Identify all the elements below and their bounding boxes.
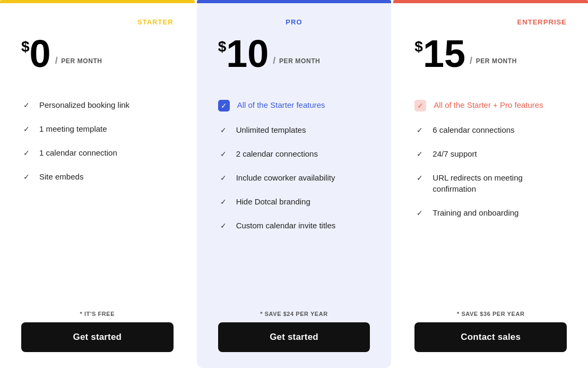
price-dollar-enterprise: $ [414,39,423,55]
cta-button-enterprise[interactable]: Contact sales [414,322,567,352]
feature-item: ✓All of the Starter features [218,93,370,118]
price-period-starter: / PER MONTH [55,55,102,73]
pricing-container: STARTER$0/ PER MONTH✓Personalized bookin… [0,0,588,368]
price-number-starter: 0 [30,35,51,73]
price-period-enterprise: / PER MONTH [470,55,517,73]
feature-text: Site embeds [39,171,83,182]
feature-text: 2 calendar connections [236,148,318,159]
feature-item: ✓1 calendar connection [21,141,174,165]
feature-text: Include coworker availability [236,172,335,183]
feature-text: 1 calendar connection [39,147,117,158]
feature-text: URL redirects on meeting confirmation [433,172,567,194]
features-list-enterprise: ✓All of the Starter + Pro features✓6 cal… [393,88,588,302]
checkmark-icon: ✓ [21,148,32,158]
checkmark-icon: ✓ [218,149,229,159]
feature-item: ✓Personalized booking link [21,93,174,117]
feature-text: Hide Dotcal branding [236,196,310,207]
plan-pro: PRO$10/ PER MONTH✓All of the Starter fea… [197,0,392,368]
checkmark-icon: ✓ [21,124,32,134]
plan-enterprise: ENTERPRISE$15/ PER MONTH✓All of the Star… [393,0,588,368]
checkmark-icon: ✓ [218,196,229,207]
feature-text: All of the Starter + Pro features [434,99,543,110]
plan-name-pro: PRO [218,18,370,26]
feature-item: ✓Site embeds [21,165,174,189]
checkmark-icon: ✓ [414,173,425,183]
feature-text: Custom calendar invite titles [236,220,336,231]
feature-text: Personalized booking link [39,99,129,110]
price-row-starter: $0/ PER MONTH [21,35,174,73]
checkmark-icon: ✓ [414,125,425,135]
checkmark-icon: ✓ [21,172,32,182]
checkmark-icon: ✓ [218,100,230,112]
checkmark-icon: ✓ [414,100,426,112]
features-list-pro: ✓All of the Starter features✓Unlimited t… [197,88,392,302]
save-note-pro: * SAVE $24 PER YEAR [260,311,327,317]
save-note-starter: * IT'S FREE [80,311,115,317]
plan-name-enterprise: ENTERPRISE [414,18,567,26]
checkmark-icon: ✓ [414,208,425,218]
feature-item: ✓2 calendar connections [218,142,370,166]
feature-item: ✓URL redirects on meeting confirmation [414,166,567,201]
features-list-starter: ✓Personalized booking link✓1 meeting tem… [0,88,195,302]
feature-item: ✓Include coworker availability [218,166,370,190]
feature-item: ✓Custom calendar invite titles [218,213,370,237]
feature-item: ✓1 meeting template [21,117,174,141]
feature-item: ✓Unlimited templates [218,118,370,142]
feature-item: ✓6 calendar connections [414,118,567,142]
save-note-enterprise: * SAVE $36 PER YEAR [457,311,524,317]
price-row-enterprise: $15/ PER MONTH [414,35,567,73]
checkmark-icon: ✓ [21,100,32,110]
feature-text: All of the Starter features [237,99,325,110]
price-number-enterprise: 15 [423,35,465,73]
plan-name-starter: STARTER [21,18,174,26]
checkmark-icon: ✓ [414,149,425,159]
feature-text: Unlimited templates [236,124,306,135]
feature-item: ✓All of the Starter + Pro features [414,93,567,118]
price-period-pro: / PER MONTH [273,55,320,73]
cta-button-pro[interactable]: Get started [218,322,370,352]
cta-button-starter[interactable]: Get started [21,322,174,352]
feature-text: 1 meeting template [39,123,107,134]
plan-starter: STARTER$0/ PER MONTH✓Personalized bookin… [0,0,195,368]
checkmark-icon: ✓ [218,220,229,231]
price-number-pro: 10 [226,35,269,73]
feature-text: Training and onboarding [433,207,518,218]
checkmark-icon: ✓ [218,173,229,183]
price-dollar-starter: $ [21,39,30,55]
price-dollar-pro: $ [218,39,227,55]
feature-item: ✓Hide Dotcal branding [218,190,370,213]
feature-item: ✓24/7 support [414,142,567,166]
feature-text: 6 calendar connections [433,124,514,135]
feature-text: 24/7 support [433,148,477,159]
price-row-pro: $10/ PER MONTH [218,35,370,73]
checkmark-icon: ✓ [218,125,229,135]
feature-item: ✓Training and onboarding [414,201,567,225]
